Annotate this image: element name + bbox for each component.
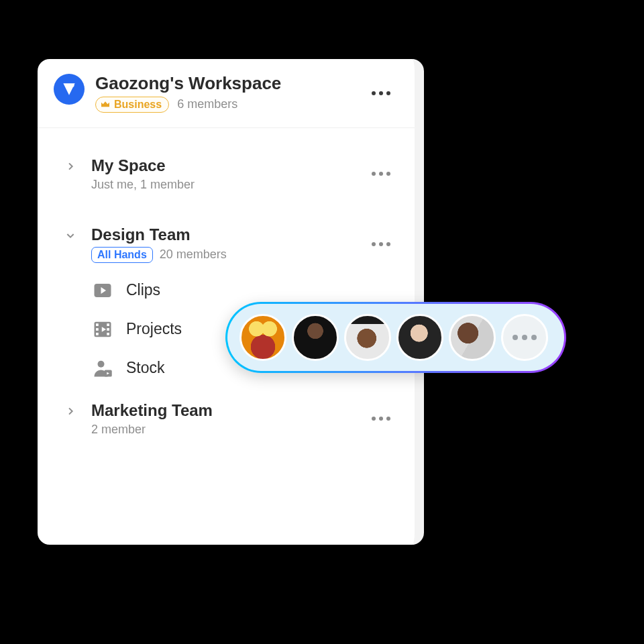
workspace-more-button[interactable]	[366, 86, 396, 101]
more-icon	[372, 242, 390, 246]
space-tag: All Hands	[91, 247, 153, 263]
member-avatar[interactable]	[396, 314, 443, 361]
chevron-right-icon[interactable]	[62, 158, 79, 175]
space-subtitle: 2 member	[91, 423, 213, 437]
svg-rect-3	[96, 323, 99, 326]
chevron-right-icon[interactable]	[62, 402, 79, 420]
workspace-member-count: 6 members	[177, 97, 237, 111]
space-member-count: 20 members	[160, 248, 227, 262]
more-icon	[372, 417, 390, 421]
space-more-button[interactable]	[366, 237, 396, 252]
svg-rect-5	[96, 333, 99, 335]
user-stock-icon	[93, 358, 113, 378]
svg-rect-7	[107, 328, 109, 331]
more-members-button[interactable]	[501, 314, 548, 361]
svg-point-0	[71, 84, 74, 87]
space-item-marketing-team[interactable]: Marketing Team 2 member	[38, 393, 415, 445]
play-icon	[93, 280, 113, 301]
member-avatar-pill	[225, 302, 566, 373]
plan-badge-label: Business	[114, 99, 162, 111]
space-tree: My Space Just me, 1 member Design Team A…	[38, 128, 415, 458]
svg-point-9	[98, 361, 105, 368]
member-avatar[interactable]	[292, 314, 339, 361]
space-title: Design Team	[91, 225, 227, 244]
svg-rect-6	[107, 323, 109, 326]
member-avatar[interactable]	[344, 314, 391, 361]
workspace-logo-icon	[54, 74, 85, 105]
workspace-title: Gaozong's Workspace	[95, 74, 281, 94]
member-avatar[interactable]	[239, 314, 286, 361]
plan-badge: Business	[95, 97, 169, 113]
workspace-header: Gaozong's Workspace Business 6 members	[38, 59, 415, 127]
member-avatar[interactable]	[449, 314, 496, 361]
folder-label: Clips	[126, 281, 160, 299]
crown-icon	[100, 99, 111, 110]
svg-rect-8	[107, 333, 109, 335]
chevron-down-icon[interactable]	[62, 227, 79, 244]
space-more-button[interactable]	[366, 166, 396, 181]
space-item-myspace[interactable]: My Space Just me, 1 member	[38, 148, 415, 200]
folder-label: Stock	[126, 359, 165, 377]
workspace-info: Gaozong's Workspace Business 6 members	[95, 74, 281, 113]
svg-rect-4	[96, 328, 99, 331]
space-subtitle: Just me, 1 member	[91, 178, 195, 192]
space-title: My Space	[91, 156, 195, 175]
member-avatar-list	[227, 304, 564, 371]
folder-label: Projects	[126, 320, 182, 338]
space-more-button[interactable]	[366, 411, 396, 426]
more-icon	[372, 172, 390, 176]
more-icon	[513, 335, 537, 340]
film-icon	[93, 319, 113, 339]
space-item-design-team[interactable]: Design Team All Hands 20 members	[38, 217, 415, 271]
space-title: Marketing Team	[91, 401, 213, 420]
more-icon	[372, 91, 390, 95]
